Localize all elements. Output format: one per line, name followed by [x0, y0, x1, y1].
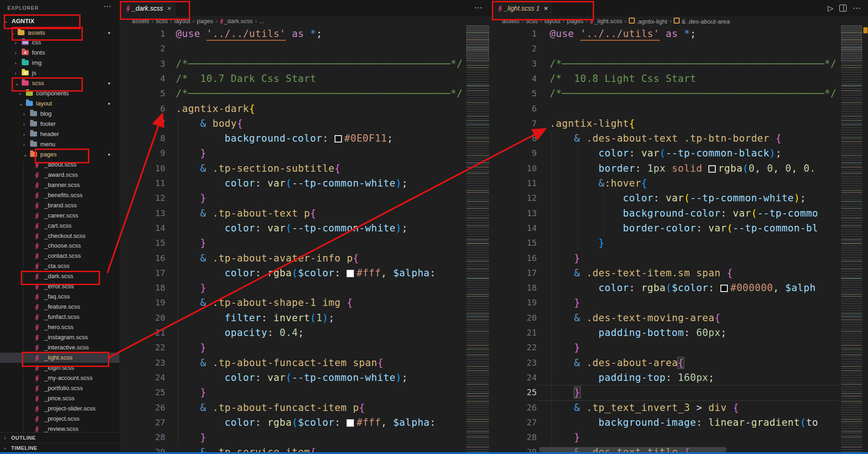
code-editor-light-scss[interactable]: 1@use '../../utils' as *;23/*───────────…	[490, 0, 838, 454]
code-line[interactable]: 12 }	[119, 191, 465, 206]
code-line[interactable]: 7.agntix-light{	[490, 116, 838, 131]
sidebar-section-outline[interactable]: ›OUTLINE	[0, 432, 119, 443]
tree-item--faq-scss[interactable]: §_faq.scss	[0, 292, 119, 302]
color-swatch[interactable]	[347, 419, 354, 427]
tree-item--feature-scss[interactable]: §_feature.scss	[0, 302, 119, 312]
tree-item--dark-scss[interactable]: §_dark.scss	[0, 271, 119, 281]
tree-item-scss[interactable]: ⌄scss●	[0, 78, 119, 88]
code-line[interactable]: 20 filter: invert(1);	[119, 311, 465, 326]
code-line[interactable]: 25 }	[119, 385, 465, 400]
code-line[interactable]: 28 }	[119, 430, 465, 445]
code-line[interactable]: 21 padding-bottom: 60px;	[490, 325, 838, 341]
tree-item--interactive-scss[interactable]: §_interactive.scss	[0, 342, 119, 353]
code-line[interactable]: 26 & .tp-about-funcact-item p{	[119, 400, 465, 416]
tree-item-components[interactable]: ›components	[0, 88, 119, 99]
tree-item--contact-scss[interactable]: §_contact.scss	[0, 251, 119, 261]
code-line[interactable]: 19 & .tp-about-shape-1 img {	[119, 295, 465, 311]
tree-item--login-scss[interactable]: §_login.scss	[0, 363, 119, 373]
tree-item-layout[interactable]: ⌄layout●	[0, 99, 119, 109]
code-line[interactable]: 27 color: rgba($color: #fff, $alpha:	[119, 415, 465, 430]
tree-item--choose-scss[interactable]: §_choose.scss	[0, 241, 119, 251]
code-line[interactable]: 10 border: 1px solid rgba(0, 0, 0, 0.	[490, 161, 838, 176]
code-line[interactable]: 18 color: rgba($color: #000000, $alph	[490, 280, 838, 296]
color-swatch[interactable]	[720, 285, 728, 292]
tree-item--brand-scss[interactable]: §_brand.scss	[0, 200, 119, 211]
tree-item--portfolio-scss[interactable]: §_portfolio.scss	[0, 383, 119, 393]
code-line[interactable]: 22 }	[119, 340, 465, 355]
code-line[interactable]: 5/*─────────────────────────────────────…	[490, 86, 838, 101]
code-line[interactable]: 8 & .des-about-text .tp-btn-border {	[490, 131, 838, 146]
tree-root-agntix[interactable]: ⌄AGNTIX	[0, 15, 119, 27]
code-line[interactable]: 15 }	[119, 236, 465, 251]
tree-item-pages[interactable]: ⌄pages●	[0, 149, 119, 160]
code-line[interactable]: 21 opacity: 0.4;	[119, 325, 465, 341]
tree-item--career-scss[interactable]: §_career.scss	[0, 211, 119, 221]
tree-item--project-slider-scss[interactable]: §_project-slider.scss	[0, 404, 119, 414]
tree-item--cta-scss[interactable]: §_cta.scss	[0, 261, 119, 271]
code-line[interactable]: 16 }	[490, 251, 838, 266]
code-line[interactable]: 14 color: var(--tp-common-white);	[119, 221, 465, 236]
code-line[interactable]: 23 & .des-about-area{	[490, 355, 838, 371]
code-line[interactable]: 1@use '../../utils' as *;	[119, 26, 465, 42]
code-line[interactable]: 14 border-color: var(--tp-common-bl	[490, 221, 838, 236]
tree-item-menu[interactable]: ›menu	[0, 139, 119, 149]
code-line[interactable]: 25 }	[490, 385, 838, 400]
code-line[interactable]: 6.agntix-dark{	[119, 101, 465, 117]
tree-item--award-scss[interactable]: §_award.scss	[0, 170, 119, 180]
color-swatch[interactable]	[335, 135, 342, 143]
minimap-slider[interactable]	[466, 25, 489, 62]
tree-item-js[interactable]: ›JSjs	[0, 68, 119, 78]
code-line[interactable]: 22 }	[490, 340, 838, 355]
code-line[interactable]: 13 & .tp-about-text p{	[119, 206, 465, 221]
code-line[interactable]: 15 }	[490, 236, 838, 251]
sidebar-section-timeline[interactable]: ›TIMELINE	[0, 442, 119, 453]
code-line[interactable]: 11 color: var(--tp-common-white);	[119, 176, 465, 191]
minimap[interactable]	[466, 25, 489, 454]
code-line[interactable]: 3/*─────────────────────────────────────…	[490, 56, 838, 72]
code-line[interactable]: 9 color: var(--tp-common-black);	[490, 146, 838, 161]
vertical-scrollbar[interactable]	[862, 25, 868, 454]
tree-item--hero-scss[interactable]: §_hero.scss	[0, 322, 119, 332]
horizontal-scrollbar[interactable]	[539, 447, 726, 452]
code-line[interactable]: 18 }	[119, 280, 465, 296]
code-line[interactable]: 8 background-color: #0E0F11;	[119, 131, 465, 146]
tree-item--project-scss[interactable]: §_project.scss	[0, 414, 119, 424]
code-line[interactable]: 7 & body{	[119, 116, 465, 131]
code-line[interactable]: 16 & .tp-about-avater-info p{	[119, 251, 465, 266]
tree-item-blog[interactable]: ›blog	[0, 109, 119, 119]
code-line[interactable]: 24 color: var(--tp-common-white);	[119, 370, 465, 386]
tree-item-css[interactable]: ›csscss	[0, 37, 119, 48]
code-line[interactable]: 4/* 10.8 Light Css Start	[490, 71, 838, 87]
code-line[interactable]: 27 background-image: linear-gradient(to	[490, 415, 838, 430]
code-line[interactable]: 17 & .des-text-item.sm span {	[490, 266, 838, 281]
minimap-slider[interactable]	[841, 25, 862, 62]
code-line[interactable]: 9 }	[119, 146, 465, 161]
code-line[interactable]: 12 color: var(--tp-common-white);	[490, 191, 838, 206]
code-line[interactable]: 20 & .des-text-moving-area{	[490, 311, 838, 326]
code-line[interactable]: 2	[119, 41, 465, 56]
tree-item--price-scss[interactable]: §_price.scss	[0, 393, 119, 404]
code-editor-dark-scss[interactable]: 1@use '../../utils' as *;23/*───────────…	[119, 0, 465, 454]
code-line[interactable]: 13 background-color: var(--tp-commo	[490, 206, 838, 221]
tree-item--my-account-scss[interactable]: §_my-account.scss	[0, 373, 119, 383]
tree-item--funfact-scss[interactable]: §_funfact.scss	[0, 312, 119, 322]
tree-item-header[interactable]: ›header	[0, 129, 119, 139]
code-line[interactable]: 28 }	[490, 430, 838, 445]
code-line[interactable]: 19 }	[490, 295, 838, 311]
tree-item--about-scss[interactable]: §_about.scss	[0, 160, 119, 170]
tree-item-assets[interactable]: ⌄assets●	[0, 28, 119, 38]
code-line[interactable]: 1@use '../../utils' as *;	[490, 26, 838, 42]
tree-item-fonts[interactable]: ›Afonts	[0, 48, 119, 58]
explorer-more-actions-icon[interactable]: ⋯	[104, 2, 111, 11]
editor-more-actions-icon[interactable]: ⋯	[853, 3, 861, 13]
color-swatch[interactable]	[708, 165, 716, 173]
code-line[interactable]: 17 color: rgba($color: #fff, $alpha:	[119, 266, 465, 281]
tree-item--light-scss[interactable]: §_light.scss●	[0, 353, 119, 363]
tree-item--checkout-scss[interactable]: §_checkout.scss	[0, 231, 119, 241]
tree-item--cart-scss[interactable]: §_cart.scss	[0, 221, 119, 231]
code-line[interactable]: 2	[490, 41, 838, 56]
tree-item--banner-scss[interactable]: §_banner.scss	[0, 180, 119, 190]
code-line[interactable]: 26 & .tp_text_invert_3 > div {	[490, 400, 838, 416]
code-line[interactable]: 11 &:hover{	[490, 176, 838, 191]
tree-item--benefits-scss[interactable]: §_benefits.scss	[0, 190, 119, 200]
